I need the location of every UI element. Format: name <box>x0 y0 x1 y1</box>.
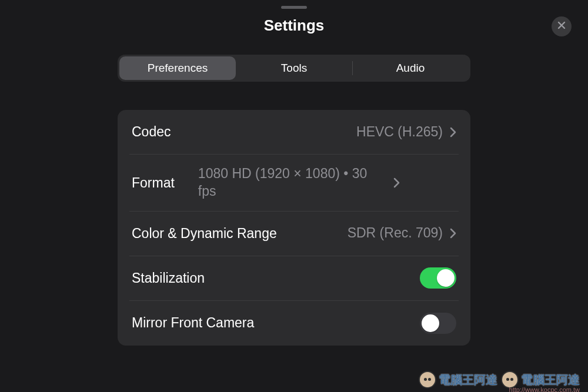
row-label: Stabilization <box>132 270 205 287</box>
toggle-stabilization[interactable] <box>420 267 456 289</box>
toggle-knob <box>422 314 439 332</box>
row-value: SDR (Rec. 709) <box>348 225 443 242</box>
row-format[interactable]: Format 1080 HD (1920 × 1080) • 30 fps <box>129 155 459 212</box>
row-color-dynamic-range[interactable]: Color & Dynamic Range SDR (Rec. 709) <box>129 212 459 256</box>
chevron-right-icon <box>450 228 456 239</box>
chevron-right-icon <box>450 127 456 138</box>
row-label: Mirror Front Camera <box>132 314 254 331</box>
row-label: Format <box>132 175 175 192</box>
toggle-knob <box>437 269 455 287</box>
tab-bar: Preferences Tools Audio <box>118 55 470 82</box>
close-icon <box>557 21 566 32</box>
settings-panel: Codec HEVC (H.265) Format 1080 HD (1920 … <box>118 110 470 346</box>
row-codec[interactable]: Codec HEVC (H.265) <box>129 110 459 155</box>
header: Settings <box>0 0 588 49</box>
row-value: HEVC (H.265) <box>356 123 443 141</box>
row-label: Codec <box>132 123 171 140</box>
toggle-mirror-front-camera[interactable] <box>420 313 456 334</box>
tab-audio[interactable]: Audio <box>352 56 469 80</box>
tab-label: Preferences <box>148 62 208 75</box>
row-stabilization: Stabilization <box>129 256 459 301</box>
watermark-text: 電腦王阿達 <box>439 372 497 388</box>
row-mirror-front-camera: Mirror Front Camera <box>129 301 459 346</box>
watermark-text: 電腦王阿達 <box>521 372 580 388</box>
tab-label: Audio <box>396 62 425 75</box>
tab-tools[interactable]: Tools <box>236 56 352 80</box>
watermark-url: http://www.kocpc.com.tw <box>509 386 580 392</box>
row-label: Color & Dynamic Range <box>132 225 277 242</box>
watermark-face-icon <box>419 371 436 388</box>
page-title: Settings <box>0 16 588 35</box>
chevron-right-icon <box>393 177 400 188</box>
tab-preferences[interactable]: Preferences <box>119 56 236 80</box>
close-button[interactable] <box>552 16 572 36</box>
tab-label: Tools <box>281 62 307 75</box>
row-value: 1080 HD (1920 × 1080) • 30 fps <box>198 165 386 200</box>
